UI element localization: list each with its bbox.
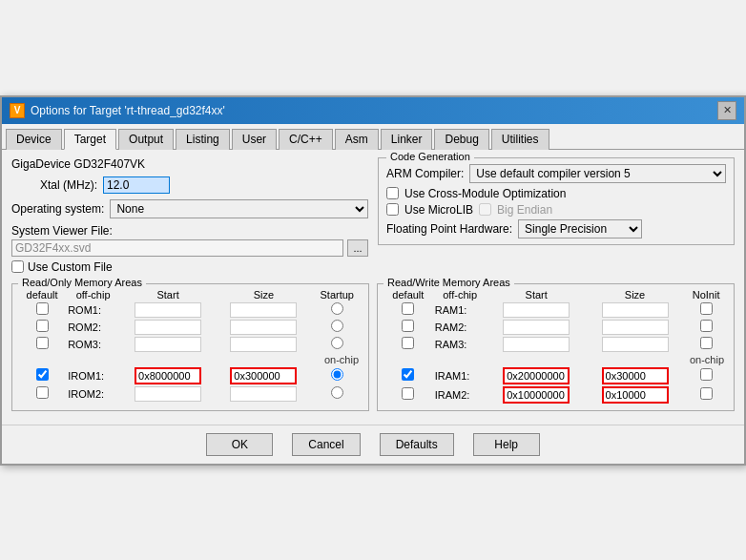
- ro-irom2-start[interactable]: [135, 386, 201, 402]
- main-content: GigaDevice GD32F407VK Xtal (MHz): Operat…: [2, 150, 744, 419]
- main-window: V Options for Target 'rt-thread_gd32f4xx…: [0, 95, 746, 466]
- arm-compiler-row: ARM Compiler: Use default compiler versi…: [386, 164, 726, 183]
- ro-rom3-size[interactable]: [230, 337, 297, 352]
- memory-section: Read/Only Memory Areas default off-chip …: [11, 283, 735, 411]
- defaults-button[interactable]: Defaults: [380, 433, 454, 456]
- ro-irom1-default[interactable]: [36, 368, 49, 381]
- tab-listing[interactable]: Listing: [176, 129, 230, 150]
- table-row: ROM3:: [18, 336, 363, 353]
- ro-rom3-start[interactable]: [135, 337, 201, 352]
- rw-ram3-noinit[interactable]: [700, 337, 713, 349]
- bottom-bar: OK Cancel Defaults Help: [2, 425, 744, 464]
- ro-rom1-default[interactable]: [36, 302, 49, 315]
- ro-rom2-start[interactable]: [135, 320, 201, 335]
- tab-cpp[interactable]: C/C++: [279, 129, 333, 150]
- rw-iram1-start[interactable]: [503, 367, 570, 384]
- use-custom-file-label: Use Custom File: [28, 260, 113, 274]
- rw-col-start: Start: [487, 288, 586, 301]
- ro-rom1-size[interactable]: [230, 302, 297, 318]
- rw-ram1-noinit[interactable]: [700, 302, 713, 315]
- ro-rom3-startup[interactable]: [331, 337, 343, 349]
- rw-ram2-noinit[interactable]: [700, 320, 713, 332]
- os-row: Operating system: None: [11, 199, 368, 218]
- left-panel: GigaDevice GD32F407VK Xtal (MHz): Operat…: [11, 157, 368, 278]
- cross-module-checkbox[interactable]: [386, 187, 399, 199]
- tab-device[interactable]: Device: [6, 129, 62, 150]
- tab-bar: Device Target Output Listing User C/C++ …: [2, 124, 744, 150]
- ro-rom2-default[interactable]: [36, 320, 49, 332]
- rw-ram1-start[interactable]: [503, 302, 570, 318]
- ro-col-default: default: [18, 288, 66, 301]
- tab-asm[interactable]: Asm: [335, 129, 379, 150]
- read-only-table: default off-chip Start Size Startup ROM1…: [18, 288, 363, 403]
- rw-ram1-default[interactable]: [402, 302, 414, 315]
- os-select[interactable]: None: [110, 199, 368, 218]
- tab-user[interactable]: User: [232, 129, 277, 150]
- rw-ram3-start[interactable]: [503, 337, 570, 352]
- use-custom-file-checkbox[interactable]: [11, 260, 24, 273]
- window-title: Options for Target 'rt-thread_gd32f4xx': [31, 104, 225, 117]
- code-gen-title: Code Generation: [386, 151, 474, 162]
- custom-file-row: Use Custom File: [11, 260, 368, 274]
- os-label: Operating system:: [11, 202, 104, 216]
- rw-iram1-size[interactable]: [602, 367, 669, 384]
- xtal-input[interactable]: [103, 176, 170, 194]
- read-only-box: Read/Only Memory Areas default off-chip …: [11, 283, 369, 411]
- rw-ram2-start[interactable]: [503, 320, 570, 335]
- help-button[interactable]: Help: [473, 433, 540, 456]
- table-row: IROM2:: [18, 385, 363, 403]
- microlib-checkbox[interactable]: [386, 203, 399, 216]
- close-button[interactable]: ✕: [717, 101, 736, 120]
- title-bar: V Options for Target 'rt-thread_gd32f4xx…: [2, 97, 744, 124]
- rw-ram1-size[interactable]: [602, 302, 669, 318]
- rw-iram1-default[interactable]: [402, 368, 414, 381]
- ro-irom1-startup[interactable]: [331, 368, 343, 381]
- arm-compiler-label: ARM Compiler:: [386, 167, 464, 180]
- arm-compiler-select[interactable]: Use default compiler version 5: [469, 164, 726, 183]
- ro-rom2-size[interactable]: [230, 320, 297, 335]
- table-row: RAM2:: [383, 319, 728, 336]
- tab-output[interactable]: Output: [118, 129, 174, 150]
- tab-debug[interactable]: Debug: [434, 129, 488, 150]
- cancel-button[interactable]: Cancel: [292, 433, 360, 456]
- rw-iram2-start[interactable]: [503, 386, 570, 404]
- ro-rom2-startup[interactable]: [331, 320, 343, 332]
- svf-input[interactable]: [11, 239, 343, 257]
- rw-iram2-noinit[interactable]: [700, 387, 713, 400]
- ro-irom2-startup[interactable]: [331, 386, 343, 399]
- tab-utilities[interactable]: Utilities: [491, 129, 549, 150]
- ro-irom1-size[interactable]: [230, 367, 297, 384]
- ok-button[interactable]: OK: [206, 433, 273, 456]
- rw-ram2-default[interactable]: [402, 320, 414, 332]
- ro-irom2-default[interactable]: [36, 386, 49, 399]
- rw-col-default: default: [383, 288, 433, 301]
- tab-target[interactable]: Target: [64, 129, 116, 150]
- tab-linker[interactable]: Linker: [381, 129, 433, 150]
- rw-ram2-size[interactable]: [602, 320, 669, 335]
- ro-rom3-default[interactable]: [36, 337, 49, 349]
- read-write-title: Read/Write Memory Areas: [383, 277, 514, 288]
- ro-rom1-startup[interactable]: [331, 302, 343, 315]
- big-endian-checkbox[interactable]: [479, 203, 491, 216]
- top-row: GigaDevice GD32F407VK Xtal (MHz): Operat…: [11, 157, 735, 278]
- rw-ram3-default[interactable]: [402, 337, 414, 349]
- big-endian-label: Big Endian: [497, 203, 552, 217]
- browse-button[interactable]: ...: [347, 239, 368, 257]
- table-row: on-chip: [383, 353, 728, 366]
- ro-irom2-size[interactable]: [230, 386, 297, 402]
- cross-module-label: Use Cross-Module Optimization: [404, 187, 566, 200]
- ro-rom1-start[interactable]: [135, 302, 201, 318]
- ro-irom1-start[interactable]: [135, 367, 201, 384]
- right-panel: Code Generation ARM Compiler: Use defaul…: [378, 157, 735, 278]
- device-name: GigaDevice GD32F407VK: [11, 157, 368, 171]
- read-only-title: Read/Only Memory Areas: [18, 277, 146, 288]
- rw-iram2-size[interactable]: [602, 386, 669, 404]
- rw-ram3-size[interactable]: [602, 337, 669, 352]
- rw-iram1-noinit[interactable]: [700, 368, 713, 381]
- table-row: ROM1:: [18, 301, 363, 319]
- microlib-label: Use MicroLIB: [404, 203, 473, 217]
- app-icon: V: [10, 103, 25, 118]
- fp-select[interactable]: Single Precision: [518, 219, 642, 239]
- rw-iram2-default[interactable]: [402, 387, 414, 400]
- ro-col-startup: Startup: [311, 288, 363, 301]
